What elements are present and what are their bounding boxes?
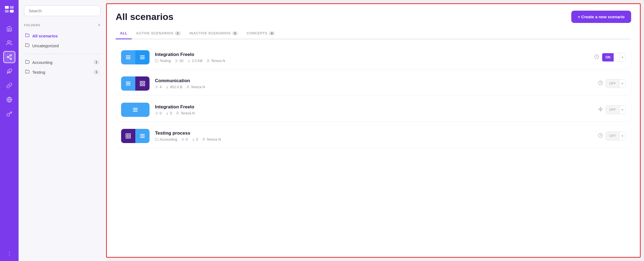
toggle-dropdown[interactable]: ▾ xyxy=(619,53,625,61)
svg-point-4 xyxy=(8,41,10,43)
toggle-dropdown[interactable]: ▾ xyxy=(619,79,625,88)
toggle-switch: OFF ▾ xyxy=(606,79,626,88)
svg-marker-41 xyxy=(599,107,602,111)
scenario-ops: 0 xyxy=(181,137,188,141)
logo xyxy=(4,4,14,16)
folder-testing[interactable]: Testing 1 xyxy=(24,67,101,77)
scenario-info: Integration Freelo Testing 20 2.2 KB xyxy=(155,52,589,63)
svg-rect-0 xyxy=(5,6,9,9)
folder-icon xyxy=(25,60,30,65)
scenario-icon xyxy=(121,129,150,143)
scenario-controls: OFF ▾ xyxy=(598,132,626,140)
svg-point-40 xyxy=(177,112,178,113)
scenario-ops: 4 xyxy=(155,85,162,89)
scenario-row: Communication 4 852.0 B Tereza N xyxy=(116,72,631,95)
scenario-user: Tereza N xyxy=(176,111,195,115)
toggle-off-label[interactable]: OFF xyxy=(606,132,619,140)
tab-label: INACTIVE SCENARIOS xyxy=(189,31,231,35)
scenario-meta: 4 852.0 B Tereza N xyxy=(155,85,593,89)
svg-point-5 xyxy=(10,55,12,56)
toggle-on-label[interactable]: ON xyxy=(602,53,614,61)
tab-concepts[interactable]: CONCEPTS 0 xyxy=(242,28,279,39)
scenario-meta: Testing 20 2.2 KB Tereza N xyxy=(155,59,589,63)
add-folder-button[interactable]: + xyxy=(98,23,101,28)
svg-point-33 xyxy=(187,86,188,87)
folder-icon xyxy=(25,33,30,38)
main-header: All scenarios + Create a new scenario xyxy=(116,11,631,23)
tab-all[interactable]: ALL xyxy=(116,28,132,39)
links-icon[interactable] xyxy=(3,79,15,91)
tab-label: ALL xyxy=(120,31,127,35)
main-content: All scenarios + Create a new scenario AL… xyxy=(107,4,640,257)
toggle-off-label[interactable]: OFF xyxy=(606,106,619,114)
tab-label: ACTIVE SCENARIOS xyxy=(136,31,174,35)
folder-uncategorized[interactable]: Uncategorized xyxy=(24,41,101,51)
svg-rect-29 xyxy=(140,84,142,86)
folder-name: Testing xyxy=(32,70,45,75)
scenario-controls: OFF ▾ xyxy=(598,105,626,114)
folder-name: All scenarios xyxy=(32,34,58,38)
icon-left xyxy=(121,129,135,143)
more-icon[interactable]: ⋮ xyxy=(7,250,12,257)
puzzle-icon[interactable] xyxy=(3,65,15,77)
folder-all-scenarios[interactable]: All scenarios xyxy=(24,31,101,41)
toggle-dropdown[interactable]: ▾ xyxy=(619,132,625,140)
toggle-off-label[interactable]: OFF xyxy=(606,79,619,88)
scenario-info: Integration Freelo 0 0 Tereza N xyxy=(155,104,593,115)
home-icon[interactable] xyxy=(3,23,15,35)
scenario-size: 0 xyxy=(165,111,172,115)
scenario-row: Integration Freelo Testing 20 2.2 KB xyxy=(116,46,631,69)
page-title: All scenarios xyxy=(116,11,174,22)
scenario-name: Integration Freelo xyxy=(155,104,593,110)
scenario-user: Tereza N xyxy=(202,137,221,141)
icon-right xyxy=(135,76,150,91)
folder-accounting[interactable]: Accounting 1 xyxy=(24,57,101,67)
svg-rect-3 xyxy=(10,10,14,13)
tab-active-scenarios[interactable]: ACTIVE SCENARIOS 1 xyxy=(132,28,185,39)
svg-line-8 xyxy=(8,57,10,58)
svg-rect-42 xyxy=(126,134,128,135)
scenario-info: Testing process Accounting 0 0 xyxy=(155,130,593,141)
svg-rect-2 xyxy=(10,6,14,9)
scenario-name: Communication xyxy=(155,78,593,84)
tab-badge: 0 xyxy=(269,31,275,35)
toggle-off-placeholder xyxy=(614,55,619,60)
svg-rect-28 xyxy=(143,81,145,83)
tab-inactive-scenarios[interactable]: INACTIVE SCENARIOS 3 xyxy=(185,28,242,39)
folder-count: 1 xyxy=(93,60,99,65)
clock-icon xyxy=(598,133,603,139)
scenario-ops: 0 xyxy=(155,111,162,115)
toggle-dropdown[interactable]: ▾ xyxy=(619,106,625,114)
main-panel: All scenarios + Create a new scenario AL… xyxy=(106,3,641,258)
sidebar: ⋮ xyxy=(0,0,19,261)
scenario-name: Testing process xyxy=(155,130,593,136)
tabs: ALL ACTIVE SCENARIOS 1 INACTIVE SCENARIO… xyxy=(116,28,631,39)
scenario-icon xyxy=(121,103,150,117)
key-icon[interactable] xyxy=(3,108,15,120)
scenario-folder: Testing xyxy=(155,59,171,63)
clock-icon xyxy=(598,81,603,87)
scenarios-list: Integration Freelo Testing 20 2.2 KB xyxy=(116,46,631,147)
scenario-row: Integration Freelo 0 0 Tereza N xyxy=(116,98,631,121)
folder-icon xyxy=(25,69,30,75)
folder-count: 1 xyxy=(93,70,99,75)
search-input[interactable] xyxy=(24,5,101,16)
scenario-user: Tereza N xyxy=(206,59,225,63)
scenario-folder: Accounting xyxy=(155,137,177,141)
globe-icon[interactable] xyxy=(3,94,15,106)
tab-badge: 1 xyxy=(175,31,181,35)
folder-name: Uncategorized xyxy=(32,43,59,48)
scenario-meta: 0 0 Tereza N xyxy=(155,111,593,115)
svg-line-9 xyxy=(8,56,10,57)
clock-icon xyxy=(594,54,599,61)
svg-rect-45 xyxy=(129,137,130,138)
folders-header: FOLDERS + xyxy=(24,23,101,28)
svg-point-31 xyxy=(156,87,157,87)
scenarios-icon[interactable] xyxy=(3,51,15,63)
folder-icon xyxy=(25,43,30,48)
scenario-meta: Accounting 0 0 Tereza N xyxy=(155,137,593,141)
users-icon[interactable] xyxy=(3,37,15,49)
scenario-size: 2.2 KB xyxy=(187,59,203,63)
svg-point-38 xyxy=(156,113,157,114)
create-scenario-button[interactable]: + Create a new scenario xyxy=(571,11,631,23)
